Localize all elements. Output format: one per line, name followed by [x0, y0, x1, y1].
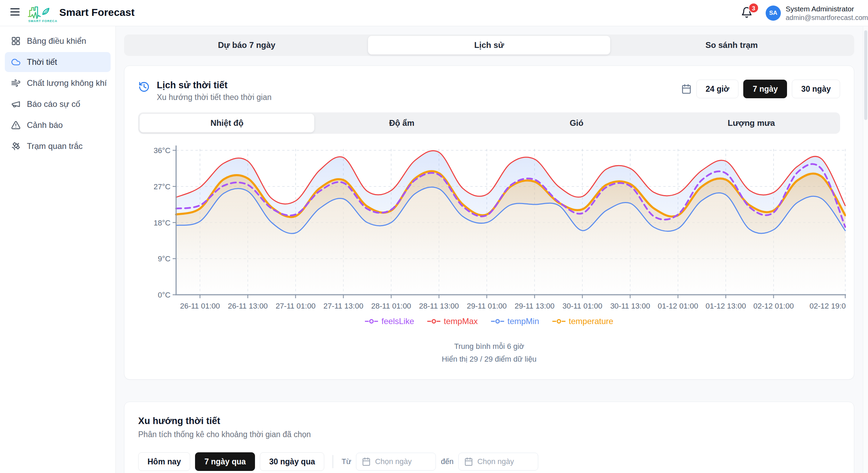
sidebar: Bảng điều khiển Thời tiết Chất lượng khô… [0, 26, 116, 473]
legend-marker-icon [552, 319, 565, 324]
trends-card-title: Xu hướng thời tiết [138, 416, 840, 426]
history-clock-icon [138, 81, 150, 93]
svg-text:02-12 01:00: 02-12 01:00 [753, 302, 794, 310]
legend-item-tempmax[interactable]: tempMax [427, 316, 478, 326]
legend-marker-icon [491, 319, 504, 324]
chart-legend: feelsLike tempMax tempMin [138, 316, 840, 326]
cloud-icon [11, 57, 21, 67]
tab-rain[interactable]: Lượng mưa [664, 114, 839, 132]
sidebar-item-label: Báo cáo sự cố [27, 99, 80, 109]
calendar-icon [362, 457, 371, 466]
svg-text:29-11 13:00: 29-11 13:00 [514, 302, 554, 310]
date-placeholder: Chọn ngày [477, 457, 514, 466]
notifications-button[interactable]: 3 [741, 6, 762, 22]
svg-text:30-11 13:00: 30-11 13:00 [610, 302, 650, 310]
divider [333, 455, 333, 468]
avatar[interactable]: SA [766, 6, 781, 21]
svg-text:27°C: 27°C [154, 182, 171, 191]
svg-text:26-11 01:00: 26-11 01:00 [180, 302, 220, 310]
svg-text:01-12 13:00: 01-12 13:00 [705, 302, 746, 310]
calendar-icon [464, 457, 473, 466]
to-date-input[interactable]: Chọn ngày [458, 453, 538, 471]
notification-badge: 3 [748, 3, 759, 13]
tab-humidity[interactable]: Độ ẩm [314, 114, 489, 132]
user-name: System Administrator [786, 4, 868, 13]
app-logo: SMART FORECAST [28, 3, 57, 24]
chart-interval-note: Trung bình mỗi 6 giờ [138, 340, 840, 353]
date-placeholder: Chọn ngày [375, 457, 411, 466]
megaphone-icon [11, 99, 21, 109]
svg-text:30-11 01:00: 30-11 01:00 [562, 302, 602, 310]
sidebar-item-incident-report[interactable]: Báo cáo sự cố [5, 94, 111, 114]
from-label: Từ [341, 457, 351, 466]
chart-footer: Trung bình mỗi 6 giờ Hiển thị 29 / 29 đi… [138, 340, 840, 365]
user-meta: System Administrator admin@smartforecast… [786, 4, 868, 22]
svg-text:18°C: 18°C [154, 219, 171, 227]
sidebar-item-label: Trạm quan trắc [27, 141, 83, 151]
tab-history[interactable]: Lịch sử [368, 36, 611, 54]
quick-30days-button[interactable]: 30 ngày qua [260, 452, 324, 471]
calendar-icon [681, 84, 692, 94]
sidebar-item-label: Chất lượng không khí [27, 78, 107, 88]
legend-label: tempMax [444, 316, 478, 326]
legend-label: temperature [569, 316, 613, 326]
trends-card-subtitle: Phân tích thống kê cho khoảng thời gian … [138, 430, 840, 439]
scrollbar [863, 26, 868, 473]
sidebar-item-stations[interactable]: Trạm quan trắc [5, 136, 111, 156]
svg-text:9°C: 9°C [158, 254, 171, 263]
sidebar-item-alerts[interactable]: Cảnh báo [5, 115, 111, 135]
logo-text: SMART FORECAST [28, 19, 57, 23]
wind-icon [11, 78, 21, 88]
range-30d-button[interactable]: 30 ngày [792, 80, 840, 98]
legend-item-tempmin[interactable]: tempMin [491, 316, 539, 326]
svg-text:27-11 01:00: 27-11 01:00 [276, 302, 316, 310]
svg-text:26-11 13:00: 26-11 13:00 [228, 302, 268, 310]
quick-today-button[interactable]: Hôm nay [138, 452, 190, 471]
app-header: SMART FORECAST Smart Forecast 3 SA Syste… [0, 0, 868, 26]
user-email: admin@smartforecast.com [786, 13, 868, 22]
svg-text:28-11 01:00: 28-11 01:00 [371, 302, 411, 310]
page-title: Smart Forecast [59, 0, 134, 26]
tab-wind[interactable]: Gió [489, 114, 664, 132]
to-label: đến [441, 457, 453, 466]
temperature-history-chart: 0°C9°C18°C27°C36°C26-11 01:0026-11 13:00… [151, 143, 846, 314]
svg-text:29-11 01:00: 29-11 01:00 [467, 302, 507, 310]
tab-temperature[interactable]: Nhiệt độ [140, 114, 314, 132]
sidebar-item-air-quality[interactable]: Chất lượng không khí [5, 73, 111, 93]
station-icon [11, 141, 21, 151]
chart-points-note: Hiển thị 29 / 29 điểm dữ liệu [138, 353, 840, 365]
quick-7days-button[interactable]: 7 ngày qua [195, 452, 255, 471]
sidebar-item-dashboard[interactable]: Bảng điều khiển [5, 31, 111, 51]
main-content: Dự báo 7 ngày Lịch sử So sánh trạm Lịch … [116, 26, 863, 473]
sidebar-item-label: Bảng điều khiển [27, 36, 86, 46]
legend-marker-icon [427, 319, 440, 324]
svg-text:0°C: 0°C [158, 291, 171, 299]
svg-text:27-11 13:00: 27-11 13:00 [324, 302, 364, 310]
metric-tabs: Nhiệt độ Độ ẩm Gió Lượng mưa [138, 112, 840, 134]
legend-label: feelsLike [381, 316, 414, 326]
legend-item-temperature[interactable]: temperature [552, 316, 613, 326]
svg-text:01-12 01:00: 01-12 01:00 [658, 302, 698, 310]
history-card-subtitle: Xu hướng thời tiết theo thời gian [157, 93, 272, 102]
warning-icon [11, 120, 21, 130]
range-24h-button[interactable]: 24 giờ [696, 80, 739, 98]
history-card-title: Lịch sử thời tiết [157, 80, 272, 91]
menu-icon[interactable] [10, 8, 20, 17]
dashboard-icon [11, 36, 21, 46]
sidebar-item-label: Thời tiết [27, 57, 57, 67]
legend-marker-icon [365, 319, 378, 324]
scrollbar-thumb[interactable] [864, 30, 867, 120]
svg-text:28-11 13:00: 28-11 13:00 [419, 302, 459, 310]
tab-forecast-7day[interactable]: Dự báo 7 ngày [125, 36, 368, 54]
from-date-input[interactable]: Chọn ngày [356, 453, 436, 471]
view-tabs: Dự báo 7 ngày Lịch sử So sánh trạm [124, 34, 854, 56]
legend-label: tempMin [508, 316, 539, 326]
svg-text:02-12 19:00: 02-12 19:00 [809, 302, 846, 310]
sidebar-item-label: Cảnh báo [27, 120, 63, 130]
history-card: Lịch sử thời tiết Xu hướng thời tiết the… [124, 66, 854, 380]
tab-station-compare[interactable]: So sánh trạm [610, 36, 853, 54]
svg-text:36°C: 36°C [154, 146, 171, 155]
sidebar-item-weather[interactable]: Thời tiết [5, 52, 111, 72]
legend-item-feelslike[interactable]: feelsLike [365, 316, 414, 326]
range-7d-button[interactable]: 7 ngày [743, 80, 787, 98]
